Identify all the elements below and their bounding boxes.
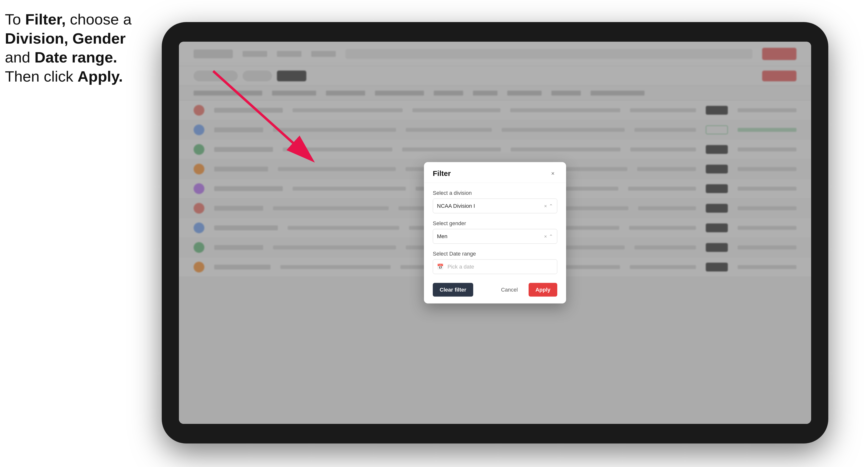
apply-bold: Apply. — [78, 68, 123, 85]
gender-select[interactable]: Men × ⌃ — [433, 229, 557, 244]
instruction-line1: To Filter, choose a — [5, 11, 132, 28]
modal-close-button[interactable]: × — [549, 169, 557, 178]
instruction-bold-line: Division, Gender — [5, 30, 126, 47]
date-group: Select Date range 📅 Pick a date — [433, 251, 557, 274]
select-icons: × ⌃ — [544, 203, 553, 209]
clear-filter-button[interactable]: Clear filter — [433, 283, 473, 297]
clear-gender-icon[interactable]: × — [544, 234, 547, 239]
footer-right-buttons: Cancel Apply — [494, 283, 557, 297]
modal-header: Filter × — [424, 162, 566, 183]
gender-group: Select gender Men × ⌃ — [433, 220, 557, 244]
chevron-gender-icon: ⌃ — [549, 234, 553, 239]
tablet-frame: Filter × Select a division NCAA Division… — [162, 22, 828, 443]
clear-icon[interactable]: × — [544, 203, 547, 209]
date-placeholder: Pick a date — [447, 263, 474, 270]
instruction-line3: and Date range. — [5, 49, 117, 66]
division-group: Select a division NCAA Division I × ⌃ — [433, 190, 557, 213]
instruction-line4: Then click Apply. — [5, 68, 123, 85]
tablet-screen: Filter × Select a division NCAA Division… — [179, 42, 811, 424]
instruction-text: To Filter, choose a Division, Gender and… — [5, 10, 147, 86]
chevron-icon: ⌃ — [549, 203, 553, 209]
filter-modal: Filter × Select a division NCAA Division… — [424, 162, 566, 304]
filter-bold: Filter, — [25, 11, 66, 28]
apply-button[interactable]: Apply — [529, 283, 557, 297]
calendar-icon: 📅 — [437, 263, 443, 270]
modal-footer: Clear filter Cancel Apply — [424, 283, 566, 304]
cancel-button[interactable]: Cancel — [494, 283, 524, 297]
division-label: Select a division — [433, 190, 557, 196]
select-icons-gender: × ⌃ — [544, 234, 553, 239]
date-label: Select Date range — [433, 251, 557, 257]
division-select[interactable]: NCAA Division I × ⌃ — [433, 199, 557, 213]
gender-label: Select gender — [433, 220, 557, 227]
gender-value: Men — [437, 233, 447, 240]
date-input[interactable]: 📅 Pick a date — [433, 259, 557, 274]
modal-body: Select a division NCAA Division I × ⌃ Se… — [424, 183, 566, 283]
modal-title: Filter — [433, 169, 451, 178]
division-value: NCAA Division I — [437, 203, 475, 209]
date-range-bold: Date range. — [35, 49, 117, 66]
